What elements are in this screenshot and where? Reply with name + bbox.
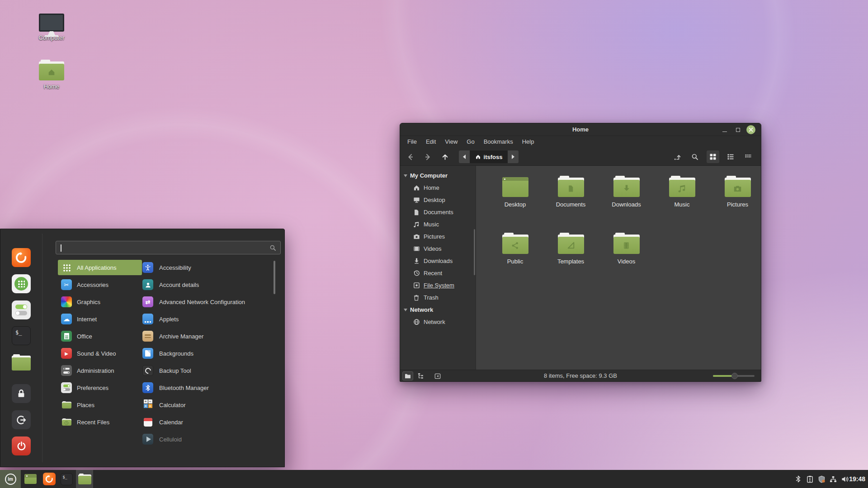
show-desktop-button[interactable]: [22, 470, 39, 488]
icon-view[interactable]: Desktop Documents Downloads: [476, 166, 761, 370]
applets-icon: [142, 314, 153, 324]
places-folder-icon: [61, 399, 72, 410]
sidebar-item-desktop[interactable]: Desktop: [400, 194, 476, 206]
category-recent-files[interactable]: Recent Files: [58, 413, 142, 431]
sidebar-item-downloads[interactable]: Downloads: [400, 255, 476, 267]
favorite-shutdown-button[interactable]: [12, 436, 31, 455]
desktop-icon-computer[interactable]: Computer: [30, 14, 73, 41]
breadcrumb-next-button[interactable]: [508, 150, 519, 163]
application-menu: $_ All Applications ✂ Accessories Graphi…: [0, 229, 285, 467]
clock[interactable]: 19:48: [849, 470, 865, 488]
sidebar-item-videos[interactable]: Videos: [400, 243, 476, 255]
menu-file[interactable]: File: [403, 136, 421, 148]
category-graphics[interactable]: Graphics: [58, 293, 142, 310]
maximize-button[interactable]: [733, 125, 742, 134]
breadcrumb-prev-button[interactable]: [459, 150, 470, 163]
sidebar-scrollbar[interactable]: [474, 229, 475, 275]
sidebar-item-network[interactable]: Network: [400, 316, 476, 328]
tray-bluetooth[interactable]: [792, 470, 804, 488]
taskbar-terminal-button[interactable]: $_: [58, 470, 75, 488]
up-button[interactable]: [439, 150, 451, 163]
app-archive-manager[interactable]: Archive Manager: [139, 328, 274, 345]
app-calculator[interactable]: + − × = Calculator: [139, 396, 274, 413]
forward-button[interactable]: [421, 150, 434, 163]
menu-go[interactable]: Go: [462, 136, 479, 148]
app-bluetooth-manager[interactable]: Bluetooth Manager: [139, 379, 274, 396]
toggle-location-entry-button[interactable]: [671, 150, 684, 163]
menu-help[interactable]: Help: [518, 136, 539, 148]
minimize-button[interactable]: [720, 125, 729, 134]
favorites-separator: [42, 234, 42, 462]
app-list-scrollbar[interactable]: [274, 261, 275, 294]
sidebar-item-pictures[interactable]: Pictures: [400, 230, 476, 243]
category-preferences[interactable]: Preferences: [58, 379, 142, 396]
favorite-settings-button[interactable]: [12, 300, 31, 319]
search-button[interactable]: [689, 150, 701, 163]
favorite-terminal-button[interactable]: $_: [12, 326, 31, 345]
menu-button[interactable]: lm: [0, 470, 21, 488]
folder-desktop[interactable]: Desktop: [487, 174, 543, 231]
category-list: All Applications ✂ Accessories Graphics …: [58, 259, 142, 431]
favorite-logout-button[interactable]: [12, 410, 31, 429]
sidebar-item-documents[interactable]: Documents: [400, 206, 476, 218]
folder-music[interactable]: Music: [654, 174, 710, 231]
category-places[interactable]: Places: [58, 396, 142, 413]
favorite-software-manager-button[interactable]: [12, 274, 31, 293]
titlebar[interactable]: Home: [400, 123, 761, 136]
sidebar-item-recent[interactable]: Recent: [400, 267, 476, 279]
sidebar-section-my-computer[interactable]: My Computer: [400, 169, 476, 182]
folder-templates[interactable]: Templates: [543, 231, 599, 288]
menu-bookmarks[interactable]: Bookmarks: [479, 136, 518, 148]
sidebar-item-music[interactable]: Music: [400, 218, 476, 230]
desktop-icon-home[interactable]: Home: [30, 60, 73, 90]
sidebar-section-network[interactable]: Network: [400, 304, 476, 316]
backup-tool-icon: [142, 365, 153, 376]
folder-videos[interactable]: Videos: [599, 231, 654, 288]
category-all-applications[interactable]: All Applications: [58, 260, 142, 275]
sidebar-item-home[interactable]: Home: [400, 182, 476, 194]
menu-edit[interactable]: Edit: [421, 136, 440, 148]
taskbar-files-button[interactable]: [76, 470, 93, 488]
back-button[interactable]: [404, 150, 416, 163]
folder-downloads[interactable]: Downloads: [599, 174, 654, 231]
favorite-firefox-button[interactable]: [12, 248, 31, 267]
app-celluloid[interactable]: Celluloid: [139, 431, 274, 448]
app-advanced-network-configuration[interactable]: ⇄ Advanced Network Configuration: [139, 293, 274, 310]
menu-view[interactable]: View: [440, 136, 462, 148]
zoom-slider-handle[interactable]: [731, 373, 738, 379]
category-administration[interactable]: Administration: [58, 362, 142, 379]
category-sound-video[interactable]: ▶ Sound & Video: [58, 345, 142, 362]
menu-search-input[interactable]: [56, 241, 281, 254]
list-view-button[interactable]: [724, 150, 737, 163]
breadcrumb-current-button[interactable]: itsfoss: [470, 150, 508, 163]
favorite-files-button[interactable]: [12, 353, 31, 372]
calculator-icon: + − × =: [142, 399, 153, 410]
zoom-slider[interactable]: [713, 375, 755, 377]
folder-pictures[interactable]: Pictures: [710, 174, 761, 231]
grid-view-button[interactable]: [707, 150, 719, 163]
app-backgrounds[interactable]: Backgrounds: [139, 345, 274, 362]
app-backup-tool[interactable]: Backup Tool: [139, 362, 274, 379]
sidebar-item-file-system[interactable]: File System: [400, 279, 476, 291]
category-accessories[interactable]: ✂ Accessories: [58, 276, 142, 293]
taskbar-firefox-button[interactable]: [41, 470, 58, 488]
sidebar-item-trash[interactable]: Trash: [400, 291, 476, 304]
category-internet[interactable]: ☁ Internet: [58, 310, 142, 328]
favorite-lock-screen-button[interactable]: [12, 384, 31, 403]
folder-public[interactable]: Public: [487, 231, 543, 288]
tray-update-manager[interactable]: [816, 470, 827, 488]
close-button[interactable]: [746, 125, 755, 134]
app-accessibility[interactable]: Accessibility: [139, 259, 274, 276]
downloads-folder-icon: [613, 176, 640, 197]
tray-clipboard[interactable]: [804, 470, 816, 488]
folder-documents[interactable]: Documents: [543, 174, 599, 231]
app-account-details[interactable]: Account details: [139, 276, 274, 293]
expander-icon: [404, 174, 407, 177]
compact-view-button[interactable]: [742, 150, 755, 163]
app-applets[interactable]: Applets: [139, 310, 274, 328]
app-calendar[interactable]: Calendar: [139, 413, 274, 431]
category-office[interactable]: Office: [58, 328, 142, 345]
tray-network[interactable]: [827, 470, 839, 488]
minimize-icon: [722, 131, 727, 132]
list-view-icon: [727, 153, 734, 160]
